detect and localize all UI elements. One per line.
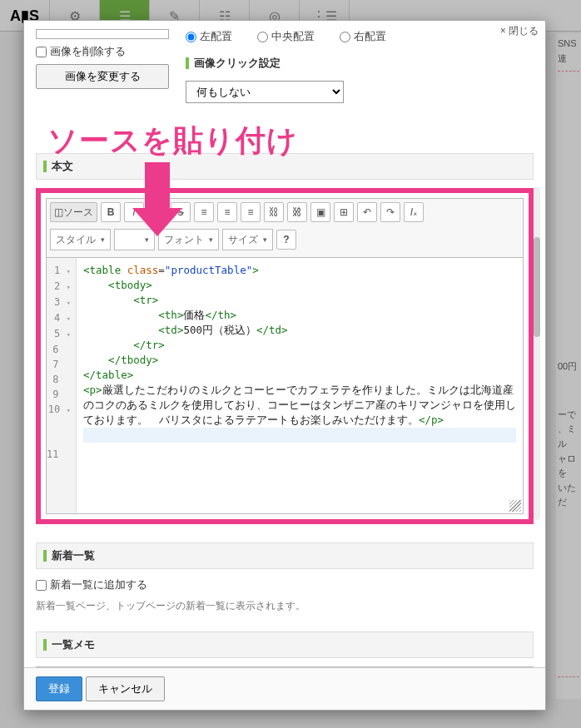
align-left-option[interactable]: 左配置 — [186, 29, 232, 44]
add-to-new-row[interactable]: 新着一覧に追加する — [36, 577, 534, 592]
edit-modal: × 閉じる 画像を削除する 画像を変更する 左配置 中央配置 右配置 画像クリッ… — [23, 20, 546, 711]
bold-button[interactable]: B — [101, 202, 121, 222]
code-content[interactable]: <table class="productTable"> <tbody> <tr… — [77, 258, 523, 513]
change-image-button[interactable]: 画像を変更する — [36, 64, 169, 89]
memo-section-head: 一覧メモ — [36, 631, 534, 658]
editor-highlight-frame: ◫ ソース B I U S̶ ≡ ≡ ≡ ⛓ ⛓̸ ▣ ⊞ ↶ ↷ Iₓ — [36, 188, 534, 524]
align-center-button[interactable]: ≡ — [217, 202, 237, 222]
delete-image-checkbox[interactable] — [36, 47, 47, 57]
new-list-hint: 新着一覧ページ、トップページの新着一覧に表示されます。 — [36, 599, 534, 613]
add-to-new-label: 新着一覧に追加する — [50, 577, 147, 592]
undo-button[interactable]: ↶ — [357, 202, 377, 222]
arrow-annotation — [132, 162, 182, 237]
table-button[interactable]: ⊞ — [334, 202, 354, 222]
help-button[interactable]: ? — [276, 230, 296, 250]
alignment-radios: 左配置 中央配置 右配置 — [186, 29, 534, 44]
editor-toolbar: ◫ ソース B I U S̶ ≡ ≡ ≡ ⛓ ⛓̸ ▣ ⊞ ↶ ↷ Iₓ — [46, 198, 524, 258]
clear-format-button[interactable]: Iₓ — [404, 202, 424, 222]
align-left-button[interactable]: ≡ — [194, 202, 214, 222]
modal-footer: 登録 キャンセル — [24, 667, 545, 710]
click-setting-head: 画像クリック設定 — [186, 56, 534, 71]
resize-handle[interactable] — [509, 500, 521, 512]
callout-annotation: ソースを貼り付け — [47, 121, 298, 161]
link-button[interactable]: ⛓ — [264, 202, 284, 222]
style-select[interactable]: スタイル▾ — [50, 229, 111, 250]
source-code-editor[interactable]: 1 ▾2 ▾3 ▾4 ▾5 ▾6 7 8 9 10 ▾11 <table cla… — [46, 258, 524, 514]
image-button[interactable]: ▣ — [310, 202, 330, 222]
align-right-option[interactable]: 右配置 — [340, 29, 386, 44]
line-gutter: 1 ▾2 ▾3 ▾4 ▾5 ▾6 7 8 9 10 ▾11 — [47, 258, 77, 513]
delete-image-row[interactable]: 画像を削除する — [36, 44, 169, 59]
align-right-button[interactable]: ≡ — [241, 202, 261, 222]
add-to-new-checkbox[interactable] — [36, 580, 47, 591]
new-list-section-head: 新着一覧 — [36, 542, 534, 569]
image-thumbnail — [36, 29, 169, 39]
size-select[interactable]: サイズ▾ — [222, 229, 273, 250]
align-center-option[interactable]: 中央配置 — [257, 29, 315, 44]
delete-image-label: 画像を削除する — [50, 44, 126, 59]
submit-button[interactable]: 登録 — [36, 676, 82, 701]
click-action-select[interactable]: 何もしない — [186, 81, 344, 103]
modal-scrollbar[interactable] — [534, 187, 540, 520]
redo-button[interactable]: ↷ — [380, 202, 400, 222]
source-toggle[interactable]: ◫ ソース — [50, 202, 97, 222]
cancel-button[interactable]: キャンセル — [86, 676, 165, 701]
unlink-button[interactable]: ⛓̸ — [287, 202, 307, 222]
memo-input[interactable]: 記事一覧用メモ欄です — [36, 666, 534, 667]
